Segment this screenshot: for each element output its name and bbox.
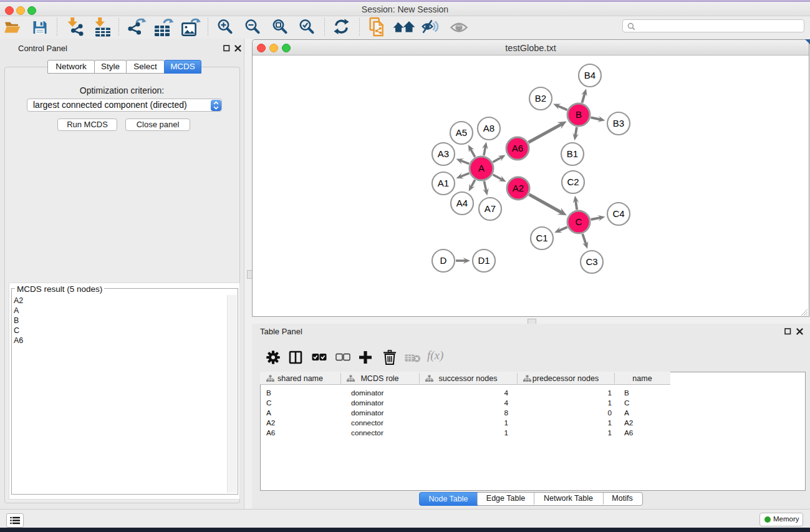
svg-text:B2: B2 xyxy=(535,93,546,104)
svg-text:A: A xyxy=(478,163,485,173)
svg-text:A5: A5 xyxy=(456,127,467,138)
svg-text:A4: A4 xyxy=(456,198,468,208)
svg-text:A8: A8 xyxy=(483,123,494,133)
svg-text:A6: A6 xyxy=(512,143,523,153)
svg-text:A1: A1 xyxy=(438,178,449,188)
svg-text:D1: D1 xyxy=(478,255,489,266)
svg-text:A7: A7 xyxy=(485,203,496,214)
svg-text:C4: C4 xyxy=(612,208,624,219)
svg-text:B1: B1 xyxy=(567,148,578,159)
svg-text:C3: C3 xyxy=(586,256,597,267)
svg-text:C2: C2 xyxy=(567,177,579,187)
svg-text:C1: C1 xyxy=(536,233,547,243)
svg-text:C: C xyxy=(576,216,582,227)
svg-text:A3: A3 xyxy=(438,148,449,159)
svg-text:B4: B4 xyxy=(584,70,595,80)
svg-text:B: B xyxy=(576,109,582,120)
svg-text:D: D xyxy=(440,255,447,266)
svg-text:B3: B3 xyxy=(613,118,624,128)
svg-text:A2: A2 xyxy=(513,183,524,193)
